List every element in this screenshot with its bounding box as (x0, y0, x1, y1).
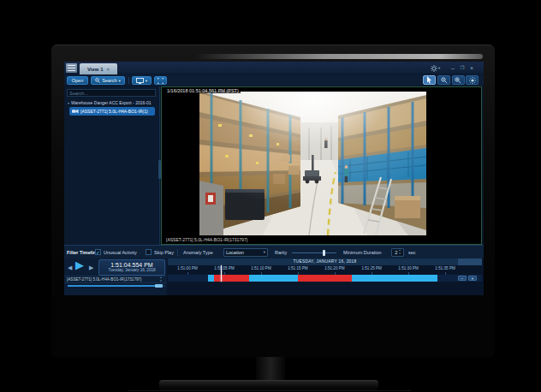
timeline-segment-recorded[interactable] (208, 275, 214, 282)
playback-time: 1:51:04.554 PM (99, 262, 164, 268)
timeline-tick-label: 1:51:10 PM (251, 266, 271, 270)
unusual-activity-checkbox[interactable]: ✓ (95, 249, 101, 255)
timeline-zoom-in-button[interactable]: + (468, 276, 477, 281)
timeline-playhead[interactable] (221, 265, 222, 282)
scene: { "app": { "tab": {"label": "View 1", "c… (0, 0, 541, 392)
warehouse-video-frame (199, 92, 426, 235)
timeline-tick-label: 1:51:05 PM (214, 266, 235, 270)
timeline-segment-recorded[interactable] (352, 275, 437, 282)
search-button[interactable]: Search ▾ (91, 76, 125, 85)
min-duration-unit: sec (408, 250, 416, 255)
search-button-label: Search (102, 78, 116, 83)
monitor-icon (136, 78, 144, 84)
system-explorer-panel: ▾ Warehouse Danger ACC Export - 2016-01 … (64, 86, 160, 245)
timeline-left-panel: ◀ ▶ ▶ 1:51:04.554 PM Tuesday, January 16… (64, 258, 167, 295)
video-camera-label-overlay: [ASSET-2771] 5.0L-H4A-BO1-IR(1731797) (164, 237, 249, 242)
tab-label: View 1 (87, 67, 104, 72)
timeline-zoom-out-button[interactable]: − (458, 276, 467, 281)
skip-play-checkbox[interactable]: ✓ (146, 249, 152, 255)
camera-row-scroll-arrows[interactable]: ▴ ▾ (160, 276, 162, 282)
camera-icon (72, 109, 79, 114)
cursor-icon (426, 76, 432, 84)
anomaly-type-select[interactable]: Location ▾ (223, 248, 268, 257)
timeline-header-right-block (458, 258, 482, 265)
tab-bar: View 1 × ▾ – ❐ × (64, 62, 484, 74)
caret-down-icon: ▾ (264, 250, 265, 254)
timeline-activity-bar[interactable] (168, 275, 482, 282)
display-adjust-tool-button[interactable] (466, 75, 479, 85)
monitor-top-edge-highlight (195, 54, 483, 59)
minimize-button[interactable]: – (449, 64, 456, 72)
gear-icon (431, 65, 437, 72)
zoom-out-tool-button[interactable] (437, 75, 450, 85)
open-button-label: Open (72, 78, 83, 83)
timeline-segment-unusual-activity[interactable] (214, 275, 249, 282)
rarity-slider[interactable] (292, 252, 336, 254)
timeline-tick-label: 1:51:25 PM (361, 266, 382, 270)
content-area: ▾ Warehouse Danger ACC Export - 2016-01 … (64, 86, 484, 245)
timeline-ruler-panel[interactable]: TUESDAY, JANUARY 16, 2018 1:51:00 PM1:51… (168, 258, 482, 295)
zoom-out-icon (441, 77, 448, 84)
caret-down-icon: ▾ (119, 79, 121, 83)
check-icon: ✓ (96, 250, 100, 255)
video-timestamp-overlay: 1/16/2018 01:51:04.561 PM (PST) (165, 88, 241, 93)
fullscreen-button[interactable] (154, 76, 167, 85)
timeline-tick-label: 1:51:15 PM (288, 266, 308, 270)
timeline-camera-row-label: [ASSET-2771] 5.0L-H4A-BO1-IR(1731797) (67, 277, 142, 282)
brightness-icon (469, 77, 476, 84)
min-duration-label: Minimum Duration (343, 250, 382, 255)
fullscreen-icon (158, 78, 163, 84)
caret-down-icon: ▾ (438, 64, 440, 72)
tab-view-1[interactable]: View 1 × (80, 63, 117, 74)
rarity-label: Rarity (275, 250, 287, 255)
layout-button[interactable]: ▾ (132, 76, 152, 85)
timeline-tick-label: 1:51:30 PM (398, 266, 419, 270)
main-menu-icon[interactable] (66, 63, 77, 73)
tree-root-site[interactable]: ▾ Warehouse Danger ACC Export - 2016-01 (68, 100, 158, 105)
tree-root-label: Warehouse Danger ACC Export - 2016-01 (71, 100, 151, 105)
toolbar: Open Search ▾ ▾ (64, 74, 484, 86)
scroll-down-icon[interactable]: ▾ (160, 279, 162, 282)
restore-button[interactable]: ❐ (459, 64, 466, 72)
scrollbar-fill (68, 285, 157, 287)
anomaly-type-label: Anomaly Type (183, 250, 213, 255)
toolbar-divider (128, 77, 129, 84)
timeline-tick-label: 1:51:35 PM (435, 266, 455, 270)
filter-timeline-bar: Filter Timeline: ✓ Unusual Activity ✓ Sk… (64, 245, 484, 258)
zoom-in-icon (455, 77, 461, 84)
playback-time-display[interactable]: 1:51:04.554 PM Tuesday, January 16, 2018 (98, 259, 165, 276)
min-duration-spinner[interactable]: 2 ▴ ▾ (391, 248, 404, 257)
timeline-area: ◀ ▶ ▶ 1:51:04.554 PM Tuesday, January 16… (64, 258, 484, 295)
scrollbar-handle[interactable] (155, 284, 163, 288)
timeline-horizontal-scrollbar[interactable] (68, 285, 165, 287)
timeline-camera-row[interactable]: [ASSET-2771] 5.0L-H4A-BO1-IR(1731797) (64, 276, 167, 283)
unusual-activity-label: Unusual Activity (104, 250, 137, 255)
step-back-button[interactable]: ◀ (68, 264, 72, 271)
min-duration-value: 2 (395, 250, 397, 255)
select-tool-button[interactable] (423, 75, 436, 85)
app-window: View 1 × ▾ – ❐ × (64, 62, 484, 295)
tab-close-icon[interactable]: × (107, 67, 110, 72)
tree-camera-item-selected[interactable]: [ASSET-2771] 5.0L-H4A-BO1-IR(1) (69, 107, 155, 116)
playback-date: Tuesday, January 16, 2018 (99, 268, 164, 272)
timeline-tick-label: 1:51:00 PM (177, 266, 198, 270)
search-icon (95, 78, 100, 83)
timeline-date-header: TUESDAY, JANUARY 16, 2018 (168, 258, 482, 265)
tree-expand-icon[interactable]: ▾ (68, 101, 69, 105)
timeline-ticks: 1:51:00 PM1:51:05 PM1:51:10 PM1:51:15 PM… (168, 265, 482, 275)
filter-divider (177, 249, 178, 256)
sidebar-search-input[interactable] (67, 89, 156, 97)
play-button[interactable]: ▶ (75, 258, 84, 271)
open-button[interactable]: Open (67, 76, 88, 85)
step-forward-button[interactable]: ▶ (89, 264, 93, 271)
spinner-down-icon[interactable]: ▾ (399, 252, 401, 255)
tree-camera-label: [ASSET-2771] 5.0L-H4A-BO1-IR(1) (80, 109, 148, 114)
zoom-in-tool-button[interactable] (452, 75, 465, 85)
monitor-stand-base (159, 380, 378, 390)
video-panel[interactable]: 1/16/2018 01:51:04.561 PM (PST) [ASSET-2… (161, 86, 482, 245)
timeline-segment-unusual-activity[interactable] (298, 275, 352, 282)
rarity-slider-handle[interactable] (323, 250, 325, 256)
timeline-segment-recorded[interactable] (249, 275, 298, 282)
close-button[interactable]: × (468, 64, 475, 72)
settings-gear-button[interactable]: ▾ (431, 64, 444, 72)
